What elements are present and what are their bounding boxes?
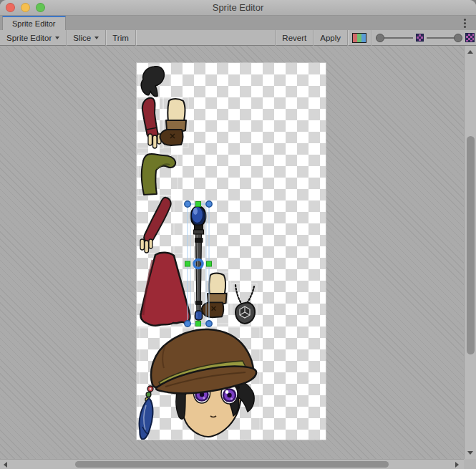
sprite-arm-with-hand-2[interactable] bbox=[140, 198, 171, 253]
zoom-slider[interactable] bbox=[376, 30, 413, 46]
titlebar: Sprite Editor bbox=[0, 0, 476, 16]
slice-dropdown[interactable]: Slice bbox=[67, 30, 105, 46]
sprite-canvas[interactable] bbox=[0, 46, 464, 459]
trim-label: Trim bbox=[112, 34, 129, 42]
edge-handle-bottom[interactable] bbox=[196, 321, 201, 327]
revert-button[interactable]: Revert bbox=[276, 30, 313, 46]
blue-stripe-icon bbox=[361, 34, 366, 42]
scrollbar-corner bbox=[464, 459, 476, 469]
mipmap-large-icon bbox=[465, 33, 475, 42]
sprite-boot-2[interactable] bbox=[202, 274, 227, 318]
corner-handle-top-right[interactable] bbox=[206, 201, 212, 207]
toolbar-separator bbox=[135, 30, 136, 46]
sprite-skirt[interactable] bbox=[140, 253, 190, 326]
scroll-down-arrow-icon[interactable] bbox=[467, 451, 473, 455]
revert-label: Revert bbox=[282, 34, 306, 42]
corner-handle-top-left[interactable] bbox=[185, 201, 190, 207]
sprite-arm-with-hand[interactable] bbox=[142, 98, 161, 148]
traffic-lights bbox=[6, 3, 45, 12]
chevron-down-icon bbox=[55, 37, 59, 39]
scroll-left-arrow-icon[interactable] bbox=[4, 462, 7, 468]
sprite-scarf[interactable] bbox=[142, 154, 175, 195]
toolbar-separator bbox=[347, 30, 348, 46]
slice-label: Slice bbox=[73, 34, 91, 42]
zoom-button[interactable] bbox=[36, 3, 45, 12]
sprite-boot[interactable] bbox=[160, 99, 186, 145]
trim-button[interactable]: Trim bbox=[106, 30, 135, 46]
sprite-editor-mode-dropdown[interactable]: Sprite Editor bbox=[0, 30, 66, 46]
hat-charm bbox=[140, 386, 153, 439]
mipmap-small-icon bbox=[416, 34, 424, 42]
window-title: Sprite Editor bbox=[213, 2, 264, 13]
kebab-menu-icon[interactable] bbox=[464, 22, 466, 24]
sprite-editor-mode-label: Sprite Editor bbox=[6, 34, 52, 42]
mip-slider[interactable] bbox=[427, 30, 462, 46]
sprite-hair-tuft[interactable] bbox=[141, 67, 164, 97]
toolbar-separator bbox=[371, 30, 371, 46]
sprite-sheet-drawing bbox=[137, 63, 326, 440]
sprite-head-with-witch-hat[interactable] bbox=[140, 329, 257, 439]
sprite-amulet-necklace[interactable] bbox=[235, 285, 255, 324]
mip-slider-knob[interactable] bbox=[454, 34, 462, 42]
sprite-editor-window: Sprite Editor Sprite Editor Sprite Edito… bbox=[0, 0, 476, 469]
corner-handle-bottom-left[interactable] bbox=[185, 321, 190, 327]
edge-handle-right[interactable] bbox=[207, 261, 212, 266]
vertical-scrollbar-thumb[interactable] bbox=[467, 136, 475, 354]
edge-handle-left[interactable] bbox=[185, 261, 190, 266]
tab-sprite-editor[interactable]: Sprite Editor bbox=[2, 16, 66, 30]
tab-label: Sprite Editor bbox=[12, 19, 56, 28]
vertical-scrollbar[interactable] bbox=[464, 46, 476, 459]
sprite-sheet-texture[interactable] bbox=[137, 63, 326, 440]
scroll-right-arrow-icon[interactable] bbox=[455, 462, 459, 468]
corner-handle-bottom-right[interactable] bbox=[206, 321, 212, 327]
rgb-alpha-toggle-button[interactable] bbox=[352, 33, 366, 43]
zoom-slider-knob[interactable] bbox=[376, 34, 384, 42]
apply-button[interactable]: Apply bbox=[314, 30, 347, 46]
minimize-button[interactable] bbox=[21, 3, 30, 12]
chevron-down-icon bbox=[94, 37, 99, 39]
horizontal-scrollbar-thumb[interactable] bbox=[75, 461, 389, 468]
apply-label: Apply bbox=[320, 34, 341, 42]
tab-bar: Sprite Editor bbox=[0, 16, 476, 30]
scroll-up-arrow-icon[interactable] bbox=[467, 50, 473, 54]
toolbar-right-group: Revert Apply bbox=[275, 30, 476, 46]
horizontal-scrollbar[interactable] bbox=[0, 459, 464, 469]
toolbar: Sprite Editor Slice Trim Revert Apply bbox=[0, 30, 476, 46]
edge-handle-top[interactable] bbox=[196, 202, 201, 207]
close-button[interactable] bbox=[6, 3, 15, 12]
witch-hat bbox=[151, 329, 256, 393]
